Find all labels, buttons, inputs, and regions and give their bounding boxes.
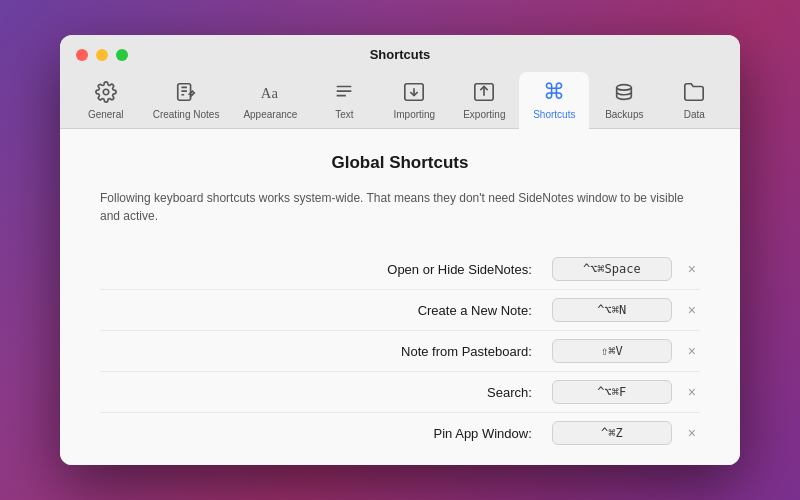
close-button[interactable] xyxy=(76,49,88,61)
shortcut-row-search: Search:^⌥⌘F× xyxy=(100,372,700,413)
toolbar-label-importing: Importing xyxy=(393,109,435,120)
shortcut-label-search: Search: xyxy=(100,385,552,400)
text-icon xyxy=(330,78,358,106)
section-title: Global Shortcuts xyxy=(100,153,700,173)
toolbar-label-creating-notes: Creating Notes xyxy=(153,109,220,120)
content-area: Global Shortcuts Following keyboard shor… xyxy=(60,129,740,465)
traffic-lights xyxy=(76,49,128,61)
toolbar-item-exporting[interactable]: Exporting xyxy=(449,72,519,128)
shortcut-clear-create-note[interactable]: × xyxy=(684,300,700,320)
toolbar-label-shortcuts: Shortcuts xyxy=(533,109,575,120)
shortcut-clear-open-hide[interactable]: × xyxy=(684,259,700,279)
shortcut-row-note-pasteboard: Note from Pasteboard:⇧⌘V× xyxy=(100,331,700,372)
toolbar-item-data[interactable]: Data xyxy=(659,72,729,128)
shortcut-label-pin-window: Pin App Window: xyxy=(100,426,552,441)
toolbar-item-appearance[interactable]: AaAppearance xyxy=(231,72,309,128)
data-icon xyxy=(680,78,708,106)
shortcut-label-create-note: Create a New Note: xyxy=(100,303,552,318)
shortcut-key-search[interactable]: ^⌥⌘F xyxy=(552,380,672,404)
maximize-button[interactable] xyxy=(116,49,128,61)
shortcuts-icon: ⌘ xyxy=(540,78,568,106)
toolbar-label-appearance: Appearance xyxy=(243,109,297,120)
shortcut-label-open-hide: Open or Hide SideNotes: xyxy=(100,262,552,277)
toolbar-item-text[interactable]: Text xyxy=(309,72,379,128)
titlebar: Shortcuts GeneralCreating NotesAaAppeara… xyxy=(60,35,740,129)
shortcuts-table: Open or Hide SideNotes:^⌥⌘Space×Create a… xyxy=(100,249,700,453)
toolbar-label-text: Text xyxy=(335,109,353,120)
appearance-icon: Aa xyxy=(256,78,284,106)
window-title: Shortcuts xyxy=(370,47,431,62)
toolbar: GeneralCreating NotesAaAppearanceTextImp… xyxy=(71,72,730,128)
exporting-icon xyxy=(470,78,498,106)
toolbar-item-backups[interactable]: Backups xyxy=(589,72,659,128)
shortcut-row-pin-window: Pin App Window:^⌘Z× xyxy=(100,413,700,453)
preferences-window: Shortcuts GeneralCreating NotesAaAppeara… xyxy=(60,35,740,465)
svg-rect-1 xyxy=(178,84,191,101)
toolbar-label-data: Data xyxy=(684,109,705,120)
toolbar-label-exporting: Exporting xyxy=(463,109,505,120)
toolbar-item-creating-notes[interactable]: Creating Notes xyxy=(141,72,232,128)
shortcut-clear-search[interactable]: × xyxy=(684,382,700,402)
description: Following keyboard shortcuts works syste… xyxy=(100,189,700,225)
toolbar-item-importing[interactable]: Importing xyxy=(379,72,449,128)
minimize-button[interactable] xyxy=(96,49,108,61)
general-icon xyxy=(92,78,120,106)
toolbar-item-shortcuts[interactable]: ⌘Shortcuts xyxy=(519,72,589,128)
toolbar-item-general[interactable]: General xyxy=(71,72,141,128)
shortcut-key-open-hide[interactable]: ^⌥⌘Space xyxy=(552,257,672,281)
shortcut-label-note-pasteboard: Note from Pasteboard: xyxy=(100,344,552,359)
svg-point-0 xyxy=(103,89,109,95)
shortcut-row-create-note: Create a New Note:^⌥⌘N× xyxy=(100,290,700,331)
shortcut-key-note-pasteboard[interactable]: ⇧⌘V xyxy=(552,339,672,363)
shortcut-clear-note-pasteboard[interactable]: × xyxy=(684,341,700,361)
importing-icon xyxy=(400,78,428,106)
shortcut-row-open-hide: Open or Hide SideNotes:^⌥⌘Space× xyxy=(100,249,700,290)
shortcut-key-pin-window[interactable]: ^⌘Z xyxy=(552,421,672,445)
creating-notes-icon xyxy=(172,78,200,106)
svg-point-10 xyxy=(617,85,632,91)
shortcut-clear-pin-window[interactable]: × xyxy=(684,423,700,443)
shortcut-key-create-note[interactable]: ^⌥⌘N xyxy=(552,298,672,322)
toolbar-label-general: General xyxy=(88,109,124,120)
toolbar-label-backups: Backups xyxy=(605,109,643,120)
svg-text:Aa: Aa xyxy=(261,85,279,101)
backups-icon xyxy=(610,78,638,106)
